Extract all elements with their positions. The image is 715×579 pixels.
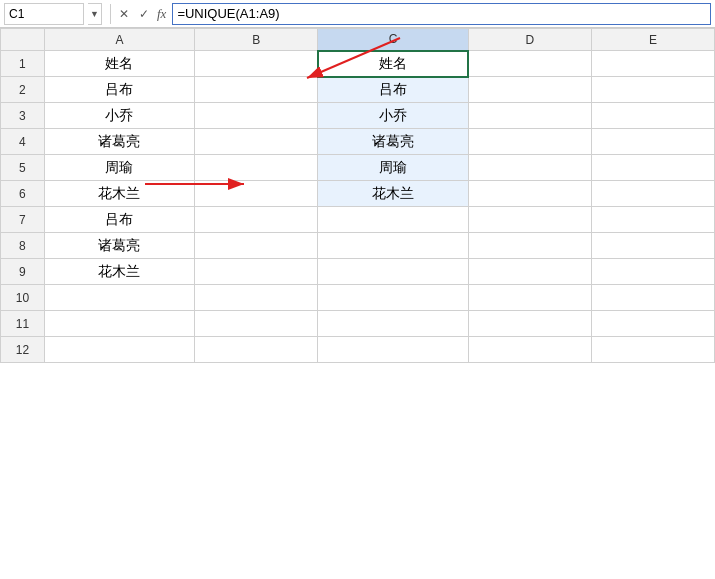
col-header-c[interactable]: C bbox=[318, 29, 468, 51]
cell-C6[interactable]: 花木兰 bbox=[318, 181, 468, 207]
cell-A4[interactable]: 诸葛亮 bbox=[44, 129, 194, 155]
fx-label: fx bbox=[157, 6, 166, 22]
cell-C12[interactable] bbox=[318, 337, 468, 363]
row-num-11: 11 bbox=[1, 311, 45, 337]
cell-E12[interactable] bbox=[591, 337, 714, 363]
cell-C5[interactable]: 周瑜 bbox=[318, 155, 468, 181]
cell-A1[interactable]: 姓名 bbox=[44, 51, 194, 77]
cell-B3[interactable] bbox=[195, 103, 318, 129]
cell-E6[interactable] bbox=[591, 181, 714, 207]
cell-A9[interactable]: 花木兰 bbox=[44, 259, 194, 285]
cell-D8[interactable] bbox=[468, 233, 591, 259]
cell-C9[interactable] bbox=[318, 259, 468, 285]
row-num-1: 1 bbox=[1, 51, 45, 77]
col-header-d[interactable]: D bbox=[468, 29, 591, 51]
confirm-icon[interactable]: ✓ bbox=[135, 5, 153, 23]
cell-B10[interactable] bbox=[195, 285, 318, 311]
cell-E7[interactable] bbox=[591, 207, 714, 233]
cell-C4[interactable]: 诸葛亮 bbox=[318, 129, 468, 155]
cell-reference-box[interactable]: C1 bbox=[4, 3, 84, 25]
cell-C7[interactable] bbox=[318, 207, 468, 233]
cell-D11[interactable] bbox=[468, 311, 591, 337]
cell-A10[interactable] bbox=[44, 285, 194, 311]
row-num-9: 9 bbox=[1, 259, 45, 285]
cell-D10[interactable] bbox=[468, 285, 591, 311]
cell-B11[interactable] bbox=[195, 311, 318, 337]
spreadsheet: A B C D E 1姓名姓名2吕布吕布3小乔小乔4诸葛亮诸葛亮5周瑜周瑜6花木… bbox=[0, 28, 715, 363]
grid-table: A B C D E 1姓名姓名2吕布吕布3小乔小乔4诸葛亮诸葛亮5周瑜周瑜6花木… bbox=[0, 28, 715, 363]
cell-B1[interactable] bbox=[195, 51, 318, 77]
dropdown-arrow-icon: ▼ bbox=[90, 9, 99, 19]
cell-C11[interactable] bbox=[318, 311, 468, 337]
cell-B5[interactable] bbox=[195, 155, 318, 181]
cell-A6[interactable]: 花木兰 bbox=[44, 181, 194, 207]
cell-A11[interactable] bbox=[44, 311, 194, 337]
cell-D5[interactable] bbox=[468, 155, 591, 181]
cell-D2[interactable] bbox=[468, 77, 591, 103]
cell-A12[interactable] bbox=[44, 337, 194, 363]
cell-B9[interactable] bbox=[195, 259, 318, 285]
cell-E8[interactable] bbox=[591, 233, 714, 259]
cell-E4[interactable] bbox=[591, 129, 714, 155]
cell-D3[interactable] bbox=[468, 103, 591, 129]
cell-E5[interactable] bbox=[591, 155, 714, 181]
row-num-8: 8 bbox=[1, 233, 45, 259]
formula-icon-group: ✕ ✓ bbox=[115, 5, 153, 23]
corner-cell bbox=[1, 29, 45, 51]
row-num-10: 10 bbox=[1, 285, 45, 311]
formula-bar: C1 ▼ ✕ ✓ fx bbox=[0, 0, 715, 28]
row-num-2: 2 bbox=[1, 77, 45, 103]
row-num-4: 4 bbox=[1, 129, 45, 155]
row-num-12: 12 bbox=[1, 337, 45, 363]
cell-A3[interactable]: 小乔 bbox=[44, 103, 194, 129]
cell-E1[interactable] bbox=[591, 51, 714, 77]
cell-B8[interactable] bbox=[195, 233, 318, 259]
cell-E2[interactable] bbox=[591, 77, 714, 103]
cell-D6[interactable] bbox=[468, 181, 591, 207]
cell-B7[interactable] bbox=[195, 207, 318, 233]
cell-C1[interactable]: 姓名 bbox=[318, 51, 468, 77]
cell-B12[interactable] bbox=[195, 337, 318, 363]
cell-D4[interactable] bbox=[468, 129, 591, 155]
cell-B6[interactable] bbox=[195, 181, 318, 207]
cell-D1[interactable] bbox=[468, 51, 591, 77]
cell-C10[interactable] bbox=[318, 285, 468, 311]
cell-A2[interactable]: 吕布 bbox=[44, 77, 194, 103]
col-header-b[interactable]: B bbox=[195, 29, 318, 51]
row-num-3: 3 bbox=[1, 103, 45, 129]
formula-bar-divider bbox=[110, 4, 111, 24]
col-header-a[interactable]: A bbox=[44, 29, 194, 51]
cell-E10[interactable] bbox=[591, 285, 714, 311]
formula-input[interactable] bbox=[172, 3, 711, 25]
cell-D12[interactable] bbox=[468, 337, 591, 363]
cell-D7[interactable] bbox=[468, 207, 591, 233]
cell-A7[interactable]: 吕布 bbox=[44, 207, 194, 233]
cell-ref-label: C1 bbox=[9, 7, 24, 21]
cell-E3[interactable] bbox=[591, 103, 714, 129]
row-num-5: 5 bbox=[1, 155, 45, 181]
cell-E11[interactable] bbox=[591, 311, 714, 337]
cell-C8[interactable] bbox=[318, 233, 468, 259]
col-header-e[interactable]: E bbox=[591, 29, 714, 51]
cell-A8[interactable]: 诸葛亮 bbox=[44, 233, 194, 259]
cell-C3[interactable]: 小乔 bbox=[318, 103, 468, 129]
row-num-7: 7 bbox=[1, 207, 45, 233]
cell-B4[interactable] bbox=[195, 129, 318, 155]
cell-A5[interactable]: 周瑜 bbox=[44, 155, 194, 181]
cell-E9[interactable] bbox=[591, 259, 714, 285]
cell-B2[interactable] bbox=[195, 77, 318, 103]
cell-C2[interactable]: 吕布 bbox=[318, 77, 468, 103]
cell-ref-dropdown[interactable]: ▼ bbox=[88, 3, 102, 25]
cancel-icon[interactable]: ✕ bbox=[115, 5, 133, 23]
row-num-6: 6 bbox=[1, 181, 45, 207]
cell-D9[interactable] bbox=[468, 259, 591, 285]
